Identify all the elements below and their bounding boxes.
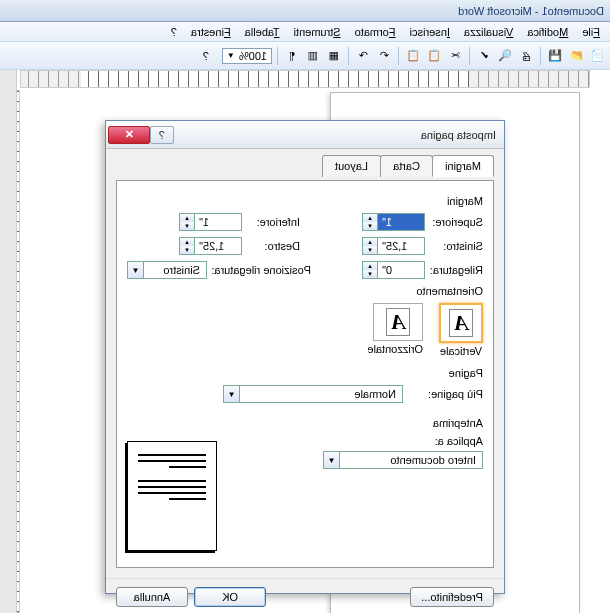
spin-down-icon[interactable]: ▼ (363, 246, 377, 254)
spin-up-icon[interactable]: ▲ (363, 214, 377, 222)
menubar: File Modifica Visualizza Inserisci Forma… (0, 22, 610, 42)
gutter-input[interactable] (378, 262, 424, 278)
menu-insert[interactable]: Inserisci (404, 24, 456, 40)
right-margin-label: Destro: (246, 240, 300, 252)
pages-group-label: Pagine (127, 367, 483, 379)
orientation-portrait[interactable]: A Verticale (439, 303, 483, 357)
chevron-down-icon: ▼ (227, 51, 235, 60)
page-setup-dialog: Imposta pagina ? ✕ Margini Carta Layout … (105, 120, 505, 594)
separator (277, 47, 278, 65)
landscape-label: Orizzontale (367, 343, 423, 355)
menu-view[interactable]: Visualizza (458, 24, 519, 40)
dialog-titlebar[interactable]: Imposta pagina ? ✕ (106, 121, 504, 149)
left-margin-spinner[interactable]: ▲▼ (362, 237, 425, 255)
menu-format[interactable]: Formato (349, 24, 402, 40)
top-margin-label: Superiore: (429, 216, 483, 228)
ruler-horizontal[interactable] (20, 70, 590, 88)
orientation-group-label: Orientamento (127, 285, 483, 297)
tab-layout[interactable]: Layout (322, 155, 381, 177)
gutter-pos-combo[interactable]: Sinistro ▼ (127, 261, 207, 279)
new-doc-icon[interactable]: 📄 (588, 47, 606, 65)
gutter-pos-label: Posizione rilegatura: (211, 264, 311, 276)
spin-down-icon[interactable]: ▼ (363, 222, 377, 230)
apply-to-value: Intero documento (340, 452, 482, 468)
bottom-margin-input[interactable] (195, 214, 241, 230)
apply-to-combo[interactable]: Intero documento ▼ (323, 451, 483, 469)
top-margin-input[interactable] (378, 214, 424, 230)
window-titlebar: Documento1 - Microsoft Word (0, 0, 610, 22)
tab-paper[interactable]: Carta (380, 155, 433, 177)
bottom-margin-spinner[interactable]: ▲▼ (179, 213, 242, 231)
scrollbar-vertical[interactable] (0, 70, 17, 613)
multi-pages-label: Più pagine: (413, 388, 483, 400)
window-title: Documento1 - Microsoft Word (6, 5, 604, 17)
separator (348, 47, 349, 65)
menu-tools[interactable]: Strumenti (288, 24, 347, 40)
table-icon[interactable]: ▦ (325, 47, 343, 65)
bottom-margin-label: Inferiore: (246, 216, 300, 228)
margins-group-label: Margini (127, 195, 483, 207)
left-margin-label: Sinistro: (429, 240, 483, 252)
left-margin-input[interactable] (378, 238, 424, 254)
orientation-landscape[interactable]: A Orizzontale (367, 303, 423, 357)
menu-help[interactable]: ? (165, 24, 183, 40)
separator (469, 47, 470, 65)
menu-file[interactable]: File (576, 24, 606, 40)
tab-margins[interactable]: Margini (432, 155, 494, 177)
default-button[interactable]: Predefinito... (410, 587, 494, 607)
chevron-down-icon[interactable]: ▼ (324, 452, 340, 468)
dialog-help-button[interactable]: ? (150, 126, 174, 144)
spin-up-icon[interactable]: ▲ (180, 214, 194, 222)
dialog-tabs: Margini Carta Layout (116, 155, 494, 177)
gutter-spinner[interactable]: ▲▼ (362, 261, 425, 279)
print-icon[interactable]: 🖨 (517, 47, 535, 65)
preview-icon[interactable]: 🔍 (496, 47, 514, 65)
multi-pages-combo[interactable]: Normale ▼ (223, 385, 403, 403)
portrait-icon: A (439, 303, 483, 343)
dialog-body: Margini Carta Layout Margini Superiore: … (106, 149, 504, 578)
ok-button[interactable]: OK (194, 587, 266, 607)
page-preview (127, 441, 217, 551)
menu-window[interactable]: Finestra (185, 24, 237, 40)
spin-down-icon[interactable]: ▼ (180, 246, 194, 254)
save-icon[interactable]: 💾 (546, 47, 564, 65)
portrait-label: Verticale (439, 345, 483, 357)
spin-down-icon[interactable]: ▼ (363, 270, 377, 278)
right-margin-input[interactable] (195, 238, 241, 254)
spin-up-icon[interactable]: ▲ (180, 238, 194, 246)
columns-icon[interactable]: ▥ (304, 47, 322, 65)
top-margin-spinner[interactable]: ▲▼ (362, 213, 425, 231)
separator (540, 47, 541, 65)
cancel-button[interactable]: Annulla (116, 587, 188, 607)
spin-up-icon[interactable]: ▲ (363, 262, 377, 270)
spell-icon[interactable]: ✔ (475, 47, 493, 65)
spin-up-icon[interactable]: ▲ (363, 238, 377, 246)
menu-table[interactable]: Tabella (239, 24, 286, 40)
copy-icon[interactable]: 📋 (425, 47, 443, 65)
cut-icon[interactable]: ✂ (446, 47, 464, 65)
dialog-title: Imposta pagina (176, 129, 496, 141)
zoom-value: 100% (239, 50, 267, 62)
right-margin-spinner[interactable]: ▲▼ (179, 237, 242, 255)
paragraph-icon[interactable]: ¶ (283, 47, 301, 65)
redo-icon[interactable]: ↷ (354, 47, 372, 65)
apply-to-label: Applica a: (227, 435, 483, 447)
undo-icon[interactable]: ↶ (375, 47, 393, 65)
toolbar: 📄 📂 💾 🖨 🔍 ✔ ✂ 📋 📋 ↶ ↷ ▦ ▥ ¶ 100% ▼ ? (0, 42, 610, 70)
dialog-close-button[interactable]: ✕ (108, 126, 150, 144)
menu-edit[interactable]: Modifica (521, 24, 574, 40)
dialog-button-bar: Predefinito... OK Annulla (106, 578, 504, 613)
spin-down-icon[interactable]: ▼ (180, 222, 194, 230)
open-icon[interactable]: 📂 (567, 47, 585, 65)
gutter-pos-value: Sinistro (144, 262, 206, 278)
help-icon[interactable]: ? (197, 47, 215, 65)
chevron-down-icon[interactable]: ▼ (224, 386, 240, 402)
paste-icon[interactable]: 📋 (404, 47, 422, 65)
zoom-combo[interactable]: 100% ▼ (222, 48, 272, 64)
chevron-down-icon[interactable]: ▼ (128, 262, 144, 278)
landscape-icon: A (373, 303, 423, 341)
tab-panel-margins: Margini Superiore: ▲▼ Inferiore: ▲▼ (116, 180, 494, 568)
multi-pages-value: Normale (240, 386, 402, 402)
separator (398, 47, 399, 65)
preview-group-label: Anteprima (127, 417, 483, 429)
